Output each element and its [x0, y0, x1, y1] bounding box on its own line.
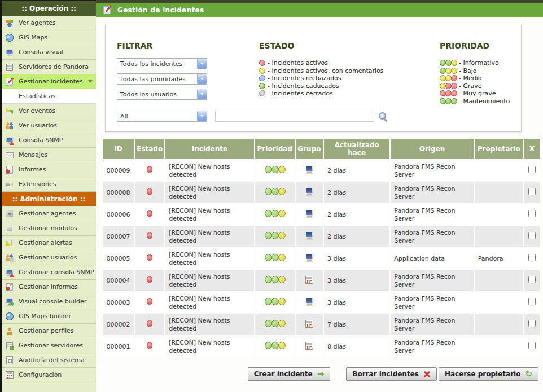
sidebar-item-label: Auditoría del sistema	[19, 356, 94, 364]
sidebar-item-servidores-de-pandora[interactable]: Servidores de Pandora	[2, 60, 96, 74]
incident-title[interactable]: [RECON] New hosts detected	[165, 292, 253, 313]
estado-legend-item: - Incidentes rechazados	[259, 74, 428, 82]
borrar-incidentes-button[interactable]: Borrar incidentes	[346, 367, 437, 381]
prioridad-legend-item: - Mantenimiento	[440, 98, 519, 105]
row-select-checkbox[interactable]	[528, 298, 536, 305]
row-select-checkbox[interactable]	[528, 254, 536, 261]
owner	[475, 270, 523, 291]
estado-title: ESTADO	[259, 41, 428, 50]
owner	[475, 182, 523, 203]
sidebar-item-estadisticas[interactable]: Estadísticas	[2, 89, 96, 104]
refresh-icon: ↻	[525, 371, 532, 377]
updated-ago: 3 días	[324, 270, 389, 291]
status-red-icon	[147, 276, 152, 283]
app-window: :: Operación ::Ver agentesGIS MapsConsol…	[0, 0, 543, 392]
filter-select-all[interactable]: All	[117, 111, 207, 122]
priority-dots	[440, 68, 457, 74]
sidebar-item-ver-eventos[interactable]: Ver eventos	[2, 104, 96, 118]
row-select-checkbox[interactable]	[528, 276, 536, 283]
incident-title[interactable]: [RECON] New hosts detected	[165, 314, 253, 335]
incident-title[interactable]: [RECON] New hosts detected	[165, 204, 253, 225]
sidebar-item-informes[interactable]: Informes	[2, 162, 96, 177]
filter-selects: Todos los incidentesTodas las prioridade…	[117, 58, 249, 100]
estado-legend-item: - Incidentes caducados	[259, 82, 428, 90]
sidebar-item-gestionar-consola-snmp[interactable]: Gestionar consola SNMP	[2, 265, 96, 280]
filter-select-todos-los-usuarios[interactable]: Todos los usuarios	[117, 89, 207, 100]
origin: Pandora FMS Recon Server	[391, 314, 473, 335]
sidebar-item-gestionar-informes[interactable]: Gestionar informes	[2, 280, 96, 294]
sidebar-item-gestionar-servidores[interactable]: Gestionar servidores	[2, 338, 96, 353]
column-header-x: X	[524, 139, 540, 159]
row-select-checkbox[interactable]	[528, 166, 536, 173]
row-select-checkbox[interactable]	[528, 320, 536, 327]
sidebar-item-label: Gestionar informes	[19, 283, 94, 291]
sidebar-item-auditoria-del-sistema[interactable]: Auditoría del sistema	[2, 353, 96, 368]
select-value: Todos los incidentes	[117, 59, 197, 69]
origin: Pandora FMS Recon Server	[391, 336, 473, 357]
select-dropdown-button[interactable]	[197, 59, 207, 69]
app-window-icon	[305, 319, 314, 328]
legend-label: - Incidentes cerrados	[268, 90, 333, 98]
updated-ago: 3 días	[324, 292, 389, 313]
sidebar-item-label: Configuración	[19, 371, 94, 379]
sidebar-item-extensiones[interactable]: Extensiones	[2, 177, 96, 192]
sidebar-item-mensajes[interactable]: Mensajes	[2, 148, 96, 162]
filter-select-todos-los-incidentes[interactable]: Todos los incidentes	[117, 58, 207, 69]
priority-green-icon	[265, 276, 272, 283]
sidebar-item-consola-visual[interactable]: Consola visual	[2, 45, 96, 60]
status-red-icon	[147, 342, 152, 349]
incident-title[interactable]: [RECON] New hosts detected	[165, 270, 253, 291]
priority-red-icon	[451, 90, 457, 96]
sidebar-item-gis-maps[interactable]: GIS Maps	[2, 30, 96, 45]
sidebar-item-visual-console-builder[interactable]: Visual console builder	[2, 294, 96, 309]
status-grey-icon	[259, 90, 265, 96]
row-select-checkbox[interactable]	[528, 188, 536, 195]
prioridad-title: PRIORIDAD	[440, 41, 519, 50]
incident-title[interactable]: [RECON] New hosts detected	[165, 182, 253, 203]
server-icon	[5, 63, 14, 72]
priority-green-icon	[265, 232, 272, 239]
crear-incidente-button[interactable]: Crear incidente→	[248, 367, 331, 381]
priority-green-icon	[272, 166, 279, 173]
visual-builder-icon	[5, 297, 14, 306]
sidebar-item-gestionar-usuarios[interactable]: Gestionar usuarios	[2, 250, 96, 265]
sidebar-item-label: Informes	[19, 166, 94, 174]
sidebar-item-gestionar-perfiles[interactable]: Gestionar perfiles	[2, 324, 96, 338]
prioridad-legend-item: - Bajo	[440, 67, 519, 75]
priority-red-icon	[451, 83, 457, 89]
row-select-checkbox[interactable]	[528, 210, 536, 217]
hacerse-propietario-button[interactable]: Hacerse propietario↻	[439, 367, 538, 381]
search-icon[interactable]	[378, 112, 388, 121]
manage-agents-icon	[5, 209, 14, 218]
filter-select-todas-las-prioridades[interactable]: Todas las prioridades	[117, 73, 207, 85]
incident-title[interactable]: [RECON] New hosts detected	[165, 248, 253, 269]
incident-title[interactable]: [RECON] New hosts detected	[165, 226, 253, 247]
sidebar-item-ver-agentes[interactable]: Ver agentes	[2, 16, 96, 30]
column-header-incidente: Incidente	[165, 139, 253, 159]
table-row: 000005[RECON] New hosts detected3 díasAp…	[103, 248, 540, 269]
incident-title[interactable]: [RECON] New hosts detected	[165, 160, 253, 181]
sidebar-item-configuracion[interactable]: Configuración	[2, 368, 96, 382]
select-dropdown-button[interactable]	[197, 89, 207, 99]
sidebar-item-consola-snmp[interactable]: Consola SNMP	[2, 133, 96, 148]
row-select-checkbox[interactable]	[528, 232, 536, 239]
select-dropdown-button[interactable]	[197, 74, 207, 84]
manage-reports-icon	[5, 283, 14, 292]
sidebar-item-gestionar-modulos[interactable]: Gestionar módulos	[2, 221, 96, 236]
modules-icon	[5, 224, 14, 233]
column-header-actualizado-hace: Actualizado hace	[324, 139, 389, 159]
arrow-right-icon: →	[317, 371, 325, 377]
priority-green-icon	[265, 166, 272, 173]
sidebar-item-gestionar-alertas[interactable]: Gestionar alertas	[2, 236, 96, 250]
incident-title[interactable]: [RECON] New hosts detected	[165, 336, 253, 357]
sidebar-item-gestionar-incidentes[interactable]: Gestionar incidentes	[2, 74, 96, 89]
estado-legend-item: - Incidentes activos, con comentarios	[259, 67, 428, 75]
search-input[interactable]	[215, 111, 374, 122]
row-select-checkbox[interactable]	[528, 342, 536, 349]
sidebar-item-ver-usuarios[interactable]: Ver usuarios	[2, 118, 96, 133]
select-dropdown-button[interactable]	[197, 111, 207, 121]
sidebar-item-gestionar-agentes[interactable]: Gestionar agentes	[2, 206, 96, 221]
sidebar-item-gis-maps-builder[interactable]: GIS Maps builder	[2, 309, 96, 324]
sidebar-item-label: Gestionar alertas	[19, 239, 94, 247]
legend-label: - Bajo	[459, 67, 477, 75]
